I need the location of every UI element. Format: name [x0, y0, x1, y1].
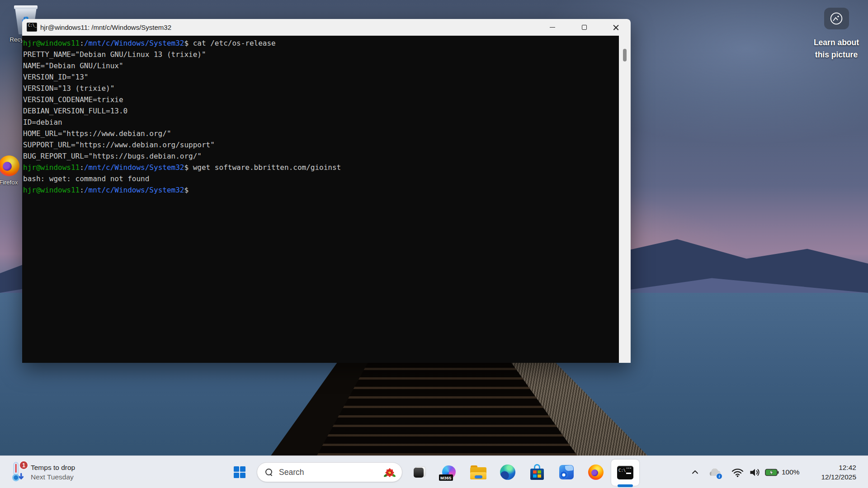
onedrive-cloud-icon[interactable]: i [707, 467, 722, 479]
search-box[interactable]: Search [257, 462, 402, 482]
terminal-app-icon: C:\_ [27, 23, 37, 32]
clock[interactable]: 12:42 12/12/2025 [821, 463, 856, 482]
thermometer-icon: 1 [9, 462, 25, 483]
maximize-button[interactable] [574, 19, 594, 36]
terminal-line: hjr@windows11:/mnt/c/Windows/System32$ w… [23, 162, 618, 173]
weather-headline: Temps to drop [31, 463, 75, 472]
edge-button[interactable] [498, 462, 518, 482]
terminal-line: VERSION_CODENAME=trixie [23, 94, 618, 105]
maximize-icon [582, 25, 587, 30]
weather-widget[interactable]: 1 Temps to drop Next Tuesday [4, 460, 80, 485]
file-explorer-button[interactable] [468, 462, 488, 482]
task-view-icon-front [414, 468, 424, 478]
terminal-line: PRETTY_NAME="Debian GNU/Linux 13 (trixie… [23, 49, 618, 60]
terminal-line: BUG_REPORT_URL="https://bugs.debian.org/… [23, 150, 618, 162]
terminal-line: hjr@windows11:/mnt/c/Windows/System32$ c… [23, 38, 618, 49]
terminal-output[interactable]: hjr@windows11:/mnt/c/Windows/System32$ c… [22, 36, 619, 363]
terminal-line: VERSION="13 (trixie)" [23, 83, 618, 94]
wifi-icon[interactable] [731, 468, 744, 477]
taskbar: 1 Temps to drop Next Tuesday Search [0, 455, 868, 488]
close-button[interactable] [605, 19, 626, 36]
learn-about-picture-widget[interactable]: Learn about this picture [800, 0, 868, 61]
terminal-line: VERSION_ID="13" [23, 71, 618, 83]
terminal-line: hjr@windows11:/mnt/c/Windows/System32$ [23, 184, 618, 196]
terminal-line: DEBIAN_VERSION_FULL=13.0 [23, 105, 618, 117]
window-title: hjr@windows11: /mnt/c/Windows/System32 [40, 19, 171, 36]
terminal-line: NAME="Debian GNU/Linux" [23, 60, 618, 71]
minimize-button[interactable] [542, 19, 563, 36]
m365-badge: M365 [439, 474, 453, 481]
terminal-line: ID=debian [23, 117, 618, 128]
cmd-glyph: C:\_ [28, 24, 37, 28]
terminal-line: HOME_URL="https://www.debian.org/" [23, 128, 618, 139]
search-icon [265, 469, 273, 476]
m365-copilot-button[interactable]: M365 [439, 462, 459, 482]
learn-label-line1: Learn about [800, 37, 868, 49]
window-titlebar[interactable]: C:\_ hjr@windows11: /mnt/c/Windows/Syste… [22, 19, 631, 36]
tray-time: 12:42 [821, 463, 856, 472]
terminal-cursor-line [626, 473, 631, 474]
weather-text: Temps to drop Next Tuesday [31, 463, 75, 482]
terminal-line: bash: wget: command not found [23, 173, 618, 184]
info-badge: i [716, 473, 722, 479]
scrollbar-thumb[interactable] [623, 49, 627, 61]
firefox-button[interactable] [586, 462, 606, 482]
outlook-button[interactable] [557, 462, 576, 482]
microsoft-store-button[interactable] [527, 462, 547, 482]
running-indicator [618, 484, 633, 487]
edge-icon [500, 465, 515, 480]
terminal-line: SUPPORT_URL="https://www.debian.org/supp… [23, 139, 618, 150]
battery-indicator[interactable]: 100% [765, 468, 800, 476]
learn-about-picture-label: Learn about this picture [800, 37, 868, 61]
battery-percent: 100% [782, 468, 800, 476]
terminal-button-plate: C:\ [611, 460, 639, 486]
task-view-button[interactable] [410, 462, 429, 482]
windows-logo-icon [234, 466, 245, 478]
store-icon [529, 464, 545, 480]
learn-label-line2: this picture [800, 49, 868, 61]
folder-icon [470, 465, 486, 479]
battery-icon [765, 469, 779, 476]
scrollbar-track[interactable] [619, 36, 631, 363]
volume-icon[interactable] [749, 468, 761, 477]
terminal-glyph: C:\ [618, 468, 626, 473]
terminal-window: C:\_ hjr@windows11: /mnt/c/Windows/Syste… [22, 19, 631, 363]
terminal-content: hjr@windows11:/mnt/c/Windows/System32$ c… [22, 36, 631, 363]
weather-subline: Next Tuesday [31, 472, 75, 482]
start-button[interactable] [230, 462, 250, 482]
picture-icon [824, 8, 849, 29]
terminal-button[interactable]: C:\ [611, 460, 639, 486]
search-placeholder: Search [279, 468, 304, 477]
recycle-bin-lid [14, 5, 38, 9]
minimize-icon [550, 27, 555, 28]
desktop: ♻ Recycle Bin Firefox Learn about this p… [0, 0, 868, 488]
firefox-icon [588, 465, 604, 480]
notification-badge: 1 [19, 460, 28, 470]
outlook-icon [559, 465, 574, 480]
tray-chevron-icon[interactable] [692, 469, 698, 474]
tray-date: 12/12/2025 [821, 472, 856, 482]
poinsettia-icon [384, 467, 396, 479]
terminal-window-dots [627, 468, 632, 469]
terminal-icon: C:\ [617, 466, 633, 479]
